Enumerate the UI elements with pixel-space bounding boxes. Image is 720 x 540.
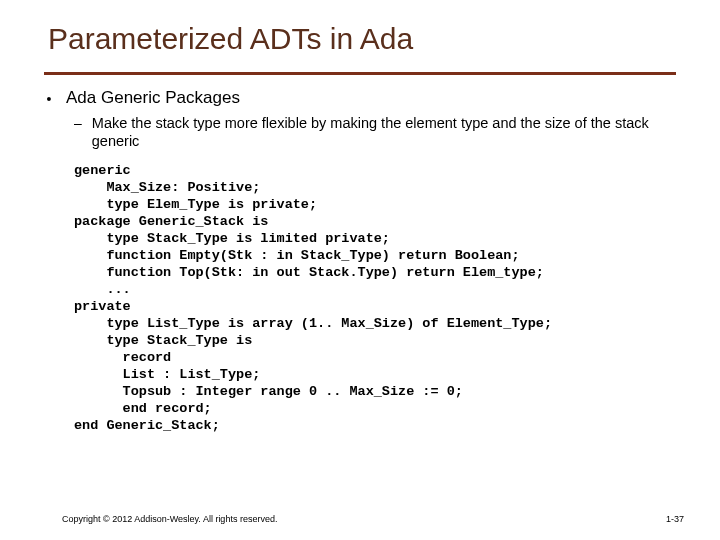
bullet2-text: Make the stack type more flexible by mak…	[92, 114, 682, 150]
slide-title: Parameterized ADTs in Ada	[48, 22, 413, 56]
bullet-level-1: • Ada Generic Packages	[44, 88, 684, 110]
code-block: generic Max_Size: Positive; type Elem_Ty…	[74, 162, 684, 434]
slide: Parameterized ADTs in Ada • Ada Generic …	[0, 0, 720, 540]
bullet1-text: Ada Generic Packages	[66, 88, 240, 108]
page-number: 1-37	[666, 514, 684, 524]
bullet-dash: –	[74, 114, 82, 132]
copyright-footer: Copyright © 2012 Addison-Wesley. All rig…	[62, 514, 277, 524]
title-underline	[44, 72, 676, 75]
bullet-level-2: – Make the stack type more flexible by m…	[74, 114, 684, 150]
content-area: • Ada Generic Packages – Make the stack …	[44, 88, 684, 434]
bullet-dot: •	[44, 88, 54, 110]
